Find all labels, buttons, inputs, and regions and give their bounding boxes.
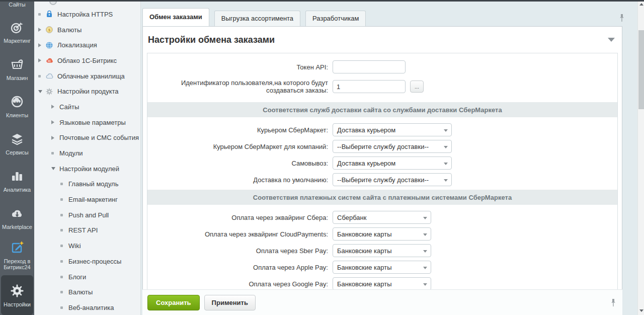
menu-item-label: REST API	[68, 226, 98, 234]
globe-icon	[45, 41, 56, 49]
sidebar-item-shop[interactable]: Магазин	[0, 50, 34, 87]
tab-order-exchange[interactable]: Обмен заказами	[142, 8, 209, 26]
menu-item-https[interactable]: Настройка HTTPS	[34, 7, 140, 22]
menu-item-modules[interactable]: Модули	[34, 145, 140, 161]
tab-bar: Обмен заказами Выгрузка ассортимента Раз…	[142, 8, 366, 26]
form-footer: Сохранить Применить	[142, 289, 622, 315]
bitrix24-icon	[9, 240, 26, 256]
pin-icon[interactable]	[619, 14, 625, 24]
sidebar-item-services[interactable]: Сервисы	[0, 124, 34, 162]
menu-item-label: Настройка HTTPS	[57, 11, 113, 18]
menu-item-language-params[interactable]: Языковые параметры	[34, 115, 140, 130]
courier-companies-select[interactable]: --Выберите службу доставки--	[333, 140, 452, 153]
menu-item-rest-api[interactable]: REST API	[34, 223, 140, 239]
tab-label: Выгрузка ассортимента	[221, 15, 293, 22]
pickup-label: Самовывоз:	[147, 160, 333, 167]
menu-item-module-settings[interactable]: Настройки модулей	[34, 161, 140, 177]
page-scrollbar[interactable]	[637, 0, 644, 315]
pickup-select[interactable]: Доставка курьером	[333, 156, 452, 170]
sidebar-item-settings[interactable]: Настройки	[1, 275, 33, 315]
cloudpayments-select[interactable]: Банковские карты	[333, 227, 431, 241]
menu-item-currencies-module[interactable]: Валюты	[34, 284, 140, 300]
bullet-icon	[38, 13, 45, 16]
user-picker-button[interactable]: ...	[410, 81, 424, 93]
select-value: Банковские карты	[337, 230, 392, 238]
form-row-sber-acquiring: Оплата через эквайринг Сбера: Сбербанк	[147, 211, 617, 224]
sidebar-item-sites[interactable]: Сайты	[0, 2, 34, 13]
main-sidebar: Сайты Маркетинг Магазин 2	[0, 0, 34, 315]
menu-item-web-analytics[interactable]: Веб-аналитика	[34, 300, 140, 315]
expand-arrow-icon	[38, 28, 45, 32]
expand-arrow-icon	[51, 120, 58, 124]
menu-item-currencies[interactable]: $ Валюты	[34, 22, 140, 38]
order-exchange-form: Токен API: Идентификатор пользователя,на…	[147, 53, 618, 291]
apply-button[interactable]: Применить	[204, 295, 256, 310]
sidebar-item-marketing[interactable]: Маркетинг	[0, 13, 34, 50]
default-delivery-select[interactable]: --Выберите службу доставки--	[333, 173, 452, 186]
chevron-down-icon	[444, 146, 448, 148]
panel-title-row: Настройки обмена заказами	[143, 27, 622, 53]
menu-item-localization[interactable]: Локализация	[34, 37, 140, 53]
save-button[interactable]: Сохранить	[147, 295, 200, 310]
analytics-icon	[9, 168, 26, 184]
collapse-panel-chevron-icon[interactable]	[608, 38, 615, 42]
svg-text:1С: 1С	[47, 60, 51, 63]
google-pay-label: Оплата через Google Pay:	[147, 280, 333, 288]
scrollbar-thumb[interactable]	[638, 30, 644, 109]
form-row-cloudpayments: Оплата через эквайринг CloudPayments: Ба…	[147, 227, 617, 241]
menu-item-sites[interactable]: Сайты	[34, 99, 140, 115]
menu-item-label: Главный модуль	[68, 180, 118, 188]
menu-item-cloud-1c[interactable]: 1С Облако 1С-Битрикс	[34, 53, 140, 68]
tab-assortment-export[interactable]: Выгрузка ассортимента	[214, 11, 300, 26]
bullet-icon	[60, 183, 67, 185]
form-row-pickup: Самовывоз: Доставка курьером	[147, 156, 617, 170]
menu-item-wiki[interactable]: Wiki	[34, 238, 140, 254]
token-api-label: Токен API:	[147, 63, 333, 71]
token-api-input[interactable]	[333, 60, 406, 73]
tab-developers[interactable]: Разработчикам	[305, 11, 366, 26]
shop-icon	[9, 56, 26, 72]
expand-arrow-icon	[38, 58, 45, 62]
sidebar-item-analytics[interactable]: Аналитика	[0, 162, 34, 199]
menu-item-cloud-storage[interactable]: Облачные хранилища	[34, 68, 140, 84]
menu-item-label: Веб-аналитика	[68, 304, 114, 311]
select-value: Банковские карты	[337, 280, 392, 288]
form-row-apple-pay: Оплата через Apple Pay: Банковские карты	[147, 261, 617, 274]
menu-item-business-processes[interactable]: Бизнес-процессы	[34, 254, 140, 269]
user-id-input[interactable]	[333, 80, 406, 93]
menu-item-label: Облачные хранилища	[57, 72, 125, 80]
menu-item-mail-sms-events[interactable]: Почтовые и СМС события	[34, 130, 140, 146]
menu-item-email-marketing[interactable]: Email-маркетинг	[34, 192, 140, 207]
menu-item-label: Push and Pull	[68, 211, 109, 219]
settings-panel: Настройки обмена заказами Токен API: Иде…	[142, 26, 622, 315]
menu-item-push-and-pull[interactable]: Push and Pull	[34, 207, 140, 223]
google-pay-select[interactable]: Банковские карты	[333, 277, 431, 290]
services-icon	[9, 131, 26, 147]
sidebar-item-clients[interactable]: 24 Клиенты	[0, 87, 34, 124]
sber-pay-select[interactable]: Банковские карты	[333, 244, 431, 257]
marketing-icon	[9, 19, 26, 35]
sidebar-item-bitrix24[interactable]: Переход в Битрикс24	[0, 236, 34, 273]
scroll-down-arrow-icon[interactable]	[639, 309, 643, 312]
courier-select[interactable]: Доставка курьером	[333, 123, 452, 136]
courier-companies-label: Курьером СберМаркет для компаний:	[147, 143, 333, 150]
sidebar-item-label: Настройки	[4, 301, 31, 307]
select-value: Банковские карты	[337, 247, 392, 255]
menu-item-label: Облако 1С-Битрикс	[57, 57, 117, 64]
apple-pay-select[interactable]: Банковские карты	[333, 261, 431, 274]
scroll-up-arrow-icon[interactable]	[639, 3, 643, 6]
delivery-section-header: Соответствия служб доставки сайта со слу…	[147, 102, 617, 117]
select-value: Доставка курьером	[337, 160, 395, 167]
pin-icon[interactable]	[610, 298, 616, 309]
menu-item-product-settings[interactable]: Настройки продукта	[34, 84, 140, 99]
sidebar-item-marketplace[interactable]: Marketplace	[0, 199, 34, 236]
menu-item-main-module[interactable]: Главный модуль	[34, 177, 140, 192]
select-value: Сбербанк	[337, 214, 366, 221]
bullet-icon	[60, 229, 67, 231]
chevron-down-icon	[423, 250, 427, 253]
menu-item-blogs[interactable]: Блоги	[34, 269, 140, 285]
sidebar-item-label: Маркетинг	[4, 38, 30, 44]
collapse-arrow-icon	[51, 167, 58, 170]
sber-acquiring-select[interactable]: Сбербанк	[333, 211, 431, 224]
select-value: Банковские карты	[337, 264, 392, 271]
